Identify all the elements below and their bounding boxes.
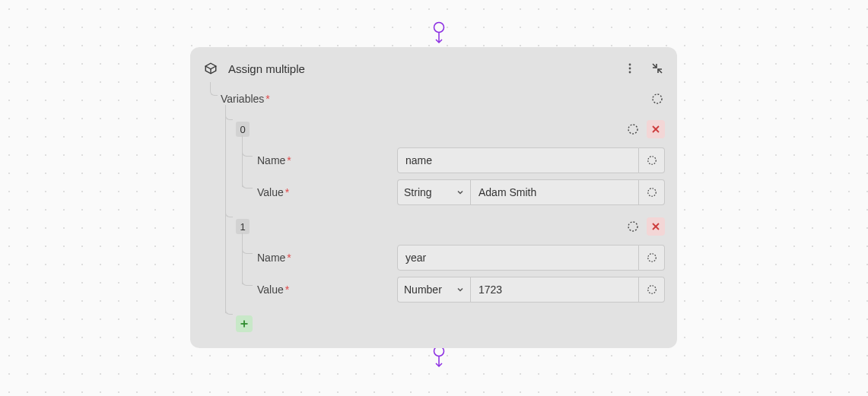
variables-section: Variables* 0: [202, 88, 665, 334]
field-options-icon[interactable]: [639, 147, 665, 173]
delete-variable-button[interactable]: [647, 120, 665, 138]
type-select[interactable]: [397, 277, 470, 303]
svg-point-16: [647, 188, 656, 197]
name-input[interactable]: [397, 147, 639, 173]
svg-point-17: [628, 222, 637, 231]
more-menu-button[interactable]: [622, 61, 637, 76]
type-select[interactable]: [397, 179, 470, 205]
collapse-icon[interactable]: [650, 61, 665, 76]
value-input[interactable]: [470, 179, 639, 205]
name-field-row: Name*: [236, 245, 665, 271]
svg-point-15: [647, 157, 656, 165]
variable-settings-icon[interactable]: [625, 122, 641, 137]
field-options-icon[interactable]: [639, 245, 665, 271]
field-options-icon[interactable]: [639, 179, 665, 205]
variables-label: Variables*: [221, 93, 270, 105]
value-input[interactable]: [470, 277, 639, 303]
variable-settings-icon[interactable]: [625, 219, 641, 234]
variable-entry: 1 Name*: [202, 216, 665, 303]
value-label: Value*: [257, 186, 289, 198]
svg-point-20: [647, 254, 656, 262]
node-output-connector[interactable]: [433, 345, 445, 371]
cube-icon: [204, 62, 218, 75]
value-field-row: Value*: [236, 179, 665, 205]
variable-entry: 0 Name*: [202, 119, 665, 205]
svg-point-7: [629, 68, 631, 70]
variable-entry-header: 1: [236, 216, 665, 237]
header-actions: [622, 61, 665, 76]
svg-point-8: [629, 71, 631, 74]
value-field-row: Value*: [236, 277, 665, 303]
name-label: Name*: [257, 252, 291, 264]
node-title: Assign multiple: [228, 62, 622, 75]
svg-point-11: [653, 94, 662, 103]
svg-point-21: [647, 286, 656, 294]
svg-point-12: [628, 125, 637, 134]
name-field-row: Name*: [236, 147, 665, 173]
svg-point-0: [434, 23, 444, 33]
variable-index-badge: 1: [236, 219, 250, 234]
svg-marker-4: [205, 63, 216, 69]
node-input-connector[interactable]: [433, 21, 445, 47]
node-header: Assign multiple: [202, 58, 665, 79]
variables-settings-icon[interactable]: [650, 91, 665, 106]
svg-point-6: [629, 64, 631, 66]
field-options-icon[interactable]: [639, 277, 665, 303]
value-label: Value*: [257, 284, 289, 296]
add-variable-button[interactable]: [236, 315, 253, 332]
assign-multiple-node: Assign multiple Variables*: [190, 47, 677, 348]
variable-index-badge: 0: [236, 122, 250, 137]
variables-header-row: Variables*: [202, 88, 665, 109]
variable-entry-header: 0: [236, 119, 665, 140]
delete-variable-button[interactable]: [647, 217, 665, 236]
name-label: Name*: [257, 154, 291, 166]
name-input[interactable]: [397, 245, 639, 271]
add-variable-row: [202, 313, 665, 334]
